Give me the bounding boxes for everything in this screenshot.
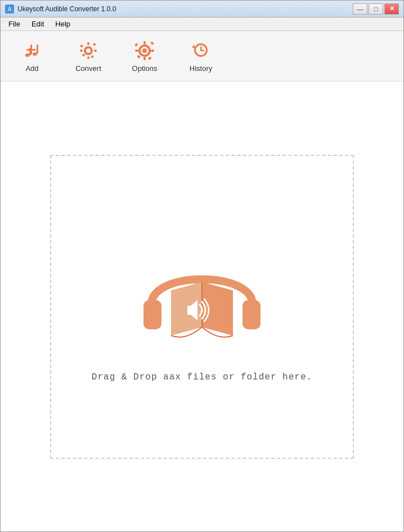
svg-rect-22	[137, 55, 141, 59]
svg-rect-13	[93, 43, 96, 46]
svg-rect-23	[148, 56, 152, 60]
menu-file[interactable]: File	[3, 19, 26, 29]
svg-rect-10	[80, 50, 83, 52]
svg-rect-19	[151, 50, 154, 52]
maximize-button[interactable]: □	[369, 3, 383, 15]
svg-point-6	[33, 52, 37, 56]
svg-rect-18	[135, 50, 138, 52]
svg-rect-7	[37, 44, 38, 53]
options-label: Options	[132, 64, 158, 73]
drop-zone-text: Drag & Drop aax files or folder here.	[92, 372, 312, 382]
add-label: Add	[25, 64, 38, 73]
svg-rect-5	[29, 48, 31, 55]
svg-rect-9	[87, 56, 89, 59]
toolbar: Add	[1, 31, 403, 82]
svg-rect-14	[82, 53, 86, 57]
convert-label: Convert	[75, 64, 101, 73]
convert-icon	[77, 39, 100, 62]
menu-edit[interactable]: Edit	[26, 19, 50, 29]
history-label: History	[190, 64, 212, 73]
svg-rect-8	[87, 42, 89, 45]
svg-rect-21	[150, 41, 154, 45]
svg-rect-15	[91, 55, 94, 59]
app-window: A Ukeysoft Audible Converter 1.0.0 — □ ✕…	[0, 0, 404, 532]
history-button[interactable]: History	[178, 35, 223, 77]
svg-rect-16	[143, 41, 146, 44]
options-icon	[133, 39, 156, 62]
svg-rect-20	[134, 43, 138, 47]
svg-point-4	[25, 53, 30, 57]
svg-rect-28	[243, 300, 261, 329]
svg-rect-27	[143, 300, 161, 329]
audiobook-icon	[134, 231, 270, 355]
svg-text:A: A	[8, 6, 12, 12]
options-button[interactable]: Options	[122, 35, 167, 77]
svg-rect-17	[143, 57, 146, 60]
title-bar: A Ukeysoft Audible Converter 1.0.0 — □ ✕	[1, 1, 403, 17]
drop-zone[interactable]: Drag & Drop aax files or folder here.	[50, 155, 354, 459]
convert-button[interactable]: Convert	[66, 35, 111, 77]
menu-bar: File Edit Help	[1, 17, 403, 31]
main-content: Drag & Drop aax files or folder here.	[1, 82, 403, 531]
svg-rect-31	[187, 306, 192, 315]
add-button[interactable]: Add	[10, 35, 55, 77]
title-bar-buttons: — □ ✕	[353, 3, 399, 15]
svg-rect-3	[26, 49, 36, 51]
title-bar-left: A Ukeysoft Audible Converter 1.0.0	[5, 5, 116, 14]
minimize-button[interactable]: —	[353, 3, 367, 15]
svg-rect-26	[200, 50, 204, 52]
add-icon	[21, 39, 43, 62]
history-icon	[190, 39, 212, 62]
svg-rect-12	[80, 44, 83, 48]
window-title: Ukeysoft Audible Converter 1.0.0	[17, 5, 116, 13]
close-button[interactable]: ✕	[384, 3, 399, 15]
app-icon: A	[5, 5, 14, 14]
svg-point-24	[142, 48, 147, 53]
menu-help[interactable]: Help	[50, 19, 76, 29]
svg-rect-11	[94, 50, 97, 52]
